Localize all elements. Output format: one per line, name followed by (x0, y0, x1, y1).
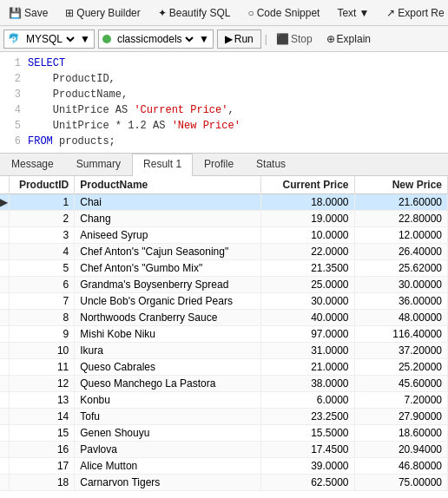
cell-productname: Konbu (75, 392, 261, 409)
cell-new-price: 25.20000 (354, 359, 447, 376)
line-num-6: 6 (3, 134, 28, 149)
table-row[interactable]: 2Chang19.000022.80000 (0, 211, 448, 227)
table-row[interactable]: 4Chef Anton's "Cajun Seasoning"22.000026… (0, 244, 448, 260)
cell-current-price: 30.0000 (261, 293, 354, 310)
code-line-6: 6 FROM products; (0, 134, 448, 149)
cell-productid: 5 (9, 260, 75, 277)
mysql-chevron-icon: ▼ (80, 33, 90, 45)
cell-new-price: 30.00000 (354, 277, 447, 293)
table-row[interactable]: 7Uncle Bob's Organic Dried Pears30.00003… (0, 293, 448, 310)
run-sep: | (265, 33, 267, 45)
cell-current-price: 31.0000 (261, 343, 354, 359)
text-button[interactable]: Text ▼ (332, 5, 374, 21)
code-snippet-button[interactable]: ○ Code Snippet (242, 5, 325, 21)
db-chevron-icon: ▼ (199, 33, 209, 45)
cell-current-price: 97.0000 (261, 326, 354, 343)
table-row[interactable]: 11Queso Cabrales21.000025.20000 (0, 359, 448, 376)
save-button[interactable]: 💾 Save (3, 5, 53, 21)
cell-productname: Pavlova (75, 442, 261, 458)
code-line-1: 1 SELECT (0, 56, 448, 71)
explain-icon: ⊕ (326, 33, 335, 45)
col-header-productname[interactable]: ProductName (75, 176, 261, 194)
cell-productname: Chef Anton's "Gumbo Mix" (75, 260, 261, 277)
database-dropdown[interactable]: classicmodels (114, 32, 196, 46)
table-row[interactable]: 10Ikura31.000037.20000 (0, 343, 448, 359)
tab-summary[interactable]: Summary (65, 154, 132, 175)
export-button[interactable]: ↗ Export Re (381, 5, 448, 21)
connection-status-icon (102, 35, 111, 43)
cell-productid: 16 (9, 442, 75, 458)
table-row[interactable]: 5Chef Anton's "Gumbo Mix"21.350025.62000 (0, 260, 448, 277)
table-row[interactable]: 14Tofu23.250027.90000 (0, 409, 448, 425)
cell-productname: Genen Shouyu (75, 425, 261, 442)
col-header-productid[interactable]: ProductID (9, 176, 75, 194)
beautify-sql-button[interactable]: ✦ Beautify SQL (153, 5, 236, 21)
cell-new-price: 45.60000 (354, 376, 447, 392)
code-content-5: UnitPrice * 1.2 AS 'New Price' (28, 118, 240, 134)
cell-productid: 1 (9, 194, 75, 211)
cell-current-price: 25.0000 (261, 277, 354, 293)
code-editor[interactable]: 1 SELECT 2 ProductID, 3 ProductName, 4 U… (0, 52, 448, 154)
run-button[interactable]: ▶ Run (217, 29, 261, 49)
table-header-row: ProductID ProductName Current Price New … (0, 176, 448, 194)
cell-current-price: 21.3500 (261, 260, 354, 277)
cell-current-price: 23.2500 (261, 409, 354, 425)
table-row[interactable]: 6Grandma's Boysenberry Spread25.000030.0… (0, 277, 448, 293)
cell-current-price: 10.0000 (261, 227, 354, 244)
cell-new-price: 36.00000 (354, 293, 447, 310)
tab-profile[interactable]: Profile (193, 154, 245, 175)
line-num-5: 5 (3, 118, 28, 134)
row-indicator (0, 293, 9, 310)
mysql-dropdown[interactable]: MYSQL (23, 32, 77, 46)
cell-productid: 3 (9, 227, 75, 244)
cell-productname: Grandma's Boysenberry Spread (75, 277, 261, 293)
cell-productname: Uncle Bob's Organic Dried Pears (75, 293, 261, 310)
cell-current-price: 17.4500 (261, 442, 354, 458)
explain-button[interactable]: ⊕ Explain (321, 29, 376, 49)
code-content-1: SELECT (28, 56, 65, 71)
col-header-new-price[interactable]: New Price (354, 176, 447, 194)
table-row[interactable]: ▶1Chai18.000021.60000 (0, 194, 448, 211)
row-indicator (0, 260, 9, 277)
table-row[interactable]: 18Carnarvon Tigers62.500075.00000 (0, 475, 448, 491)
tab-message[interactable]: Message (0, 154, 65, 175)
stop-icon: ⬛ (276, 33, 289, 45)
mysql-selector[interactable]: 🐬 MYSQL ▼ (3, 29, 95, 49)
query-builder-button[interactable]: ⊞ Query Builder (60, 5, 145, 21)
cell-new-price: 37.20000 (354, 343, 447, 359)
cell-new-price: 21.60000 (354, 194, 447, 211)
cell-productid: 18 (9, 475, 75, 491)
cell-current-price: 15.5000 (261, 425, 354, 442)
tab-result1[interactable]: Result 1 (132, 154, 193, 176)
table-row[interactable]: 16Pavlova17.450020.94000 (0, 442, 448, 458)
code-content-4: UnitPrice AS 'Current Price', (28, 102, 234, 118)
export-icon: ↗ (386, 7, 395, 19)
cell-productid: 9 (9, 326, 75, 343)
row-indicator: ▶ (0, 194, 9, 211)
tab-status[interactable]: Status (245, 154, 297, 175)
table-row[interactable]: 9Mishi Kobe Niku97.0000116.40000 (0, 326, 448, 343)
cell-new-price: 18.60000 (354, 425, 447, 442)
code-line-3: 3 ProductName, (0, 87, 448, 102)
table-row[interactable]: 15Genen Shouyu15.500018.60000 (0, 425, 448, 442)
table-row[interactable]: 13Konbu6.00007.20000 (0, 392, 448, 409)
row-indicator (0, 211, 9, 227)
row-indicator (0, 310, 9, 326)
cell-current-price: 22.0000 (261, 244, 354, 260)
cell-new-price: 22.80000 (354, 211, 447, 227)
database-selector[interactable]: classicmodels ▼ (98, 29, 214, 49)
line-num-1: 1 (3, 56, 28, 71)
stop-button[interactable]: ⬛ Stop (271, 29, 318, 49)
row-indicator (0, 442, 9, 458)
table-row[interactable]: 3Aniseed Syrup10.000012.00000 (0, 227, 448, 244)
cell-new-price: 12.00000 (354, 227, 447, 244)
row-indicator (0, 409, 9, 425)
table-row[interactable]: 8Northwoods Cranberry Sauce40.000048.000… (0, 310, 448, 326)
table-row[interactable]: 17Alice Mutton39.000046.80000 (0, 458, 448, 475)
col-header-current-price[interactable]: Current Price (261, 176, 354, 194)
results-container[interactable]: ProductID ProductName Current Price New … (0, 176, 448, 498)
cell-new-price: 116.40000 (354, 326, 447, 343)
col-indicator (0, 176, 9, 194)
table-row[interactable]: 12Queso Manchego La Pastora38.000045.600… (0, 376, 448, 392)
cell-current-price: 38.0000 (261, 376, 354, 392)
